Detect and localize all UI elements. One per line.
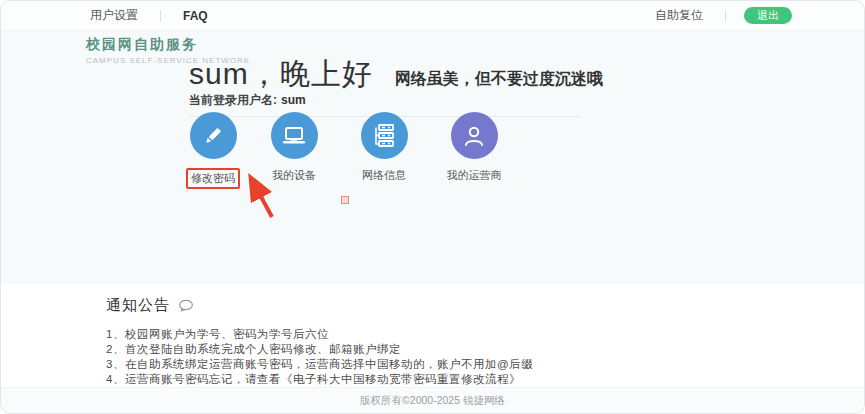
notice-section: 通知公告 1、校园网账户为学号、密码为学号后六位 2、首次登陆自助系统完成个人密… [1, 284, 864, 389]
nav-item-faq[interactable]: FAQ [179, 9, 212, 23]
copyright-text: 版权所有©2000-2025 锐捷网络 [360, 394, 505, 408]
logout-button[interactable]: 退出 [744, 7, 792, 24]
laptop-icon [271, 112, 318, 159]
shortcut-change-password[interactable]: 修改密码 [178, 112, 248, 189]
shortcut-my-carrier[interactable]: 我的运营商 [439, 112, 509, 183]
notice-header: 通知公告 [106, 296, 194, 315]
notice-item: 1、校园网账户为学号、密码为学号后六位 [106, 327, 533, 342]
notice-title: 通知公告 [106, 296, 170, 315]
greeting-row: sum，晚上好 网络虽美，但不要过度沉迷哦 [189, 54, 603, 95]
navbar-divider [160, 10, 161, 22]
shortcut-label: 网络信息 [362, 168, 406, 183]
main-section: 校园网自助服务 CAMPUS SELF-SERVICE NETWORK sum，… [1, 32, 864, 284]
server-icon [361, 112, 408, 159]
speech-bubble-icon [178, 299, 194, 313]
pencil-icon [190, 112, 237, 159]
navbar-divider [725, 10, 726, 22]
notice-item: 3、在自助系统绑定运营商账号密码，运营商选择中国移动的，账户不用加@后缀 [106, 357, 533, 372]
broken-image-marker [341, 196, 349, 204]
nav-item-user-settings[interactable]: 用户设置 [86, 7, 142, 24]
footer: 版权所有©2000-2025 锐捷网络 [1, 387, 864, 413]
notice-item: 4、运营商账号密码忘记，请查看《电子科大中国移动宽带密码重置修改流程》 [106, 372, 533, 387]
app-window: 用户设置 FAQ 自助复位 退出 校园网自助服务 CAMPUS SELF-SER… [0, 0, 865, 414]
person-icon [451, 112, 498, 159]
navbar-right-group: 自助复位 退出 [651, 7, 792, 24]
navbar-left-group: 用户设置 FAQ [86, 7, 212, 24]
brand-title: 校园网自助服务 [86, 36, 250, 54]
shortcut-network-info[interactable]: 网络信息 [349, 112, 419, 183]
shortcut-label: 我的运营商 [447, 168, 502, 183]
nav-item-self-reset[interactable]: 自助复位 [651, 7, 707, 24]
notice-item: 2、首次登陆自助系统完成个人密码修改、邮箱账户绑定 [106, 342, 533, 357]
top-navbar: 用户设置 FAQ 自助复位 退出 [1, 1, 864, 31]
greeting-tip: 网络虽美，但不要过度沉迷哦 [395, 69, 603, 90]
current-user-value: sum [281, 93, 306, 107]
annotation-arrow [239, 170, 281, 222]
greeting-text: sum，晚上好 [189, 54, 373, 95]
notice-list: 1、校园网账户为学号、密码为学号后六位 2、首次登陆自助系统完成个人密码修改、邮… [106, 327, 533, 387]
shortcut-label: 修改密码 [186, 168, 240, 189]
current-user-label: 当前登录用户名: [189, 93, 277, 107]
